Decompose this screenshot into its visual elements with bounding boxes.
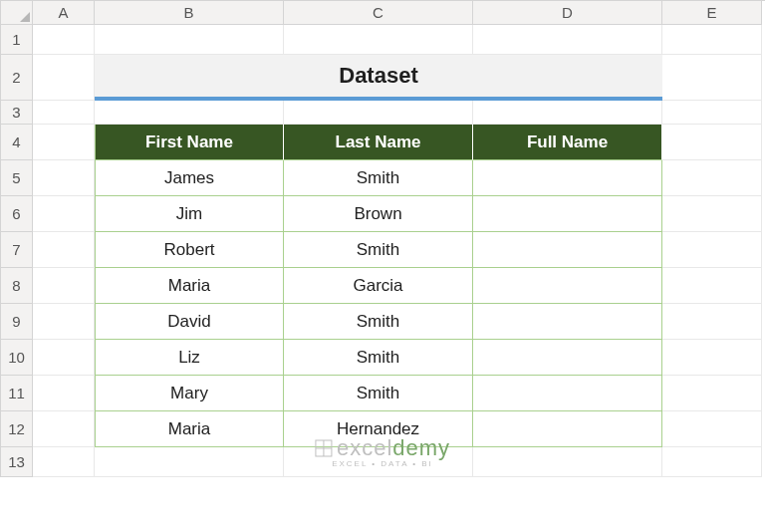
row-header-12[interactable]: 12 bbox=[1, 411, 33, 447]
row-header-9[interactable]: 9 bbox=[1, 304, 33, 340]
spreadsheet-grid: A B C D E 1 2 Dataset 3 4 First Name Las… bbox=[0, 0, 765, 477]
row-header-10[interactable]: 10 bbox=[1, 340, 33, 376]
cell-full-1[interactable] bbox=[473, 196, 662, 232]
table-header-firstname[interactable]: First Name bbox=[95, 125, 284, 160]
cell-first-7[interactable]: Maria bbox=[95, 411, 284, 447]
cell-last-7[interactable]: Hernandez bbox=[284, 411, 473, 447]
cell-A11[interactable] bbox=[33, 376, 95, 411]
cell-A8[interactable] bbox=[33, 268, 95, 304]
cell-E3[interactable] bbox=[662, 101, 762, 125]
cell-first-5[interactable]: Liz bbox=[95, 340, 284, 376]
row-header-3[interactable]: 3 bbox=[1, 101, 33, 125]
dataset-title[interactable]: Dataset bbox=[95, 55, 662, 101]
row-header-1[interactable]: 1 bbox=[1, 25, 33, 55]
cell-E8[interactable] bbox=[662, 268, 762, 304]
cell-E11[interactable] bbox=[662, 376, 762, 411]
row-header-11[interactable]: 11 bbox=[1, 376, 33, 411]
cell-E2[interactable] bbox=[662, 55, 762, 101]
cell-A6[interactable] bbox=[33, 196, 95, 232]
cell-A1[interactable] bbox=[33, 25, 95, 55]
cell-C3[interactable] bbox=[284, 101, 473, 125]
cell-full-2[interactable] bbox=[473, 232, 662, 268]
cell-B3[interactable] bbox=[95, 101, 284, 125]
cell-last-3[interactable]: Garcia bbox=[284, 268, 473, 304]
cell-E10[interactable] bbox=[662, 340, 762, 376]
cell-full-6[interactable] bbox=[473, 376, 662, 411]
cell-E1[interactable] bbox=[662, 25, 762, 55]
cell-A7[interactable] bbox=[33, 232, 95, 268]
row-header-5[interactable]: 5 bbox=[1, 160, 33, 196]
cell-first-4[interactable]: David bbox=[95, 304, 284, 340]
col-header-D[interactable]: D bbox=[473, 1, 662, 25]
table-header-fullname[interactable]: Full Name bbox=[473, 125, 662, 160]
cell-A3[interactable] bbox=[33, 101, 95, 125]
cell-E12[interactable] bbox=[662, 411, 762, 447]
cell-E5[interactable] bbox=[662, 160, 762, 196]
cell-full-3[interactable] bbox=[473, 268, 662, 304]
cell-A9[interactable] bbox=[33, 304, 95, 340]
cell-last-0[interactable]: Smith bbox=[284, 160, 473, 196]
cell-D3[interactable] bbox=[473, 101, 662, 125]
cell-first-2[interactable]: Robert bbox=[95, 232, 284, 268]
cell-last-5[interactable]: Smith bbox=[284, 340, 473, 376]
cell-C13[interactable] bbox=[284, 447, 473, 477]
cell-full-5[interactable] bbox=[473, 340, 662, 376]
cell-C1[interactable] bbox=[284, 25, 473, 55]
col-header-A[interactable]: A bbox=[33, 1, 95, 25]
col-header-B[interactable]: B bbox=[95, 1, 284, 25]
cell-E7[interactable] bbox=[662, 232, 762, 268]
cell-first-6[interactable]: Mary bbox=[95, 376, 284, 411]
cell-first-1[interactable]: Jim bbox=[95, 196, 284, 232]
col-header-E[interactable]: E bbox=[662, 1, 762, 25]
cell-E13[interactable] bbox=[662, 447, 762, 477]
row-header-2[interactable]: 2 bbox=[1, 55, 33, 101]
cell-D1[interactable] bbox=[473, 25, 662, 55]
cell-E9[interactable] bbox=[662, 304, 762, 340]
cell-A12[interactable] bbox=[33, 411, 95, 447]
cell-D13[interactable] bbox=[473, 447, 662, 477]
cell-E6[interactable] bbox=[662, 196, 762, 232]
cell-A2[interactable] bbox=[33, 55, 95, 101]
cell-full-4[interactable] bbox=[473, 304, 662, 340]
row-header-13[interactable]: 13 bbox=[1, 447, 33, 477]
cell-first-0[interactable]: James bbox=[95, 160, 284, 196]
cell-full-7[interactable] bbox=[473, 411, 662, 447]
select-all-corner[interactable] bbox=[1, 1, 33, 25]
cell-B13[interactable] bbox=[95, 447, 284, 477]
cell-A10[interactable] bbox=[33, 340, 95, 376]
cell-last-6[interactable]: Smith bbox=[284, 376, 473, 411]
cell-full-0[interactable] bbox=[473, 160, 662, 196]
cell-A4[interactable] bbox=[33, 125, 95, 160]
cell-first-3[interactable]: Maria bbox=[95, 268, 284, 304]
row-header-6[interactable]: 6 bbox=[1, 196, 33, 232]
col-header-C[interactable]: C bbox=[284, 1, 473, 25]
cell-last-2[interactable]: Smith bbox=[284, 232, 473, 268]
cell-E4[interactable] bbox=[662, 125, 762, 160]
cell-last-4[interactable]: Smith bbox=[284, 304, 473, 340]
row-header-7[interactable]: 7 bbox=[1, 232, 33, 268]
cell-A13[interactable] bbox=[33, 447, 95, 477]
cell-B1[interactable] bbox=[95, 25, 284, 55]
cell-A5[interactable] bbox=[33, 160, 95, 196]
row-header-8[interactable]: 8 bbox=[1, 268, 33, 304]
cell-last-1[interactable]: Brown bbox=[284, 196, 473, 232]
table-header-lastname[interactable]: Last Name bbox=[284, 125, 473, 160]
row-header-4[interactable]: 4 bbox=[1, 125, 33, 160]
